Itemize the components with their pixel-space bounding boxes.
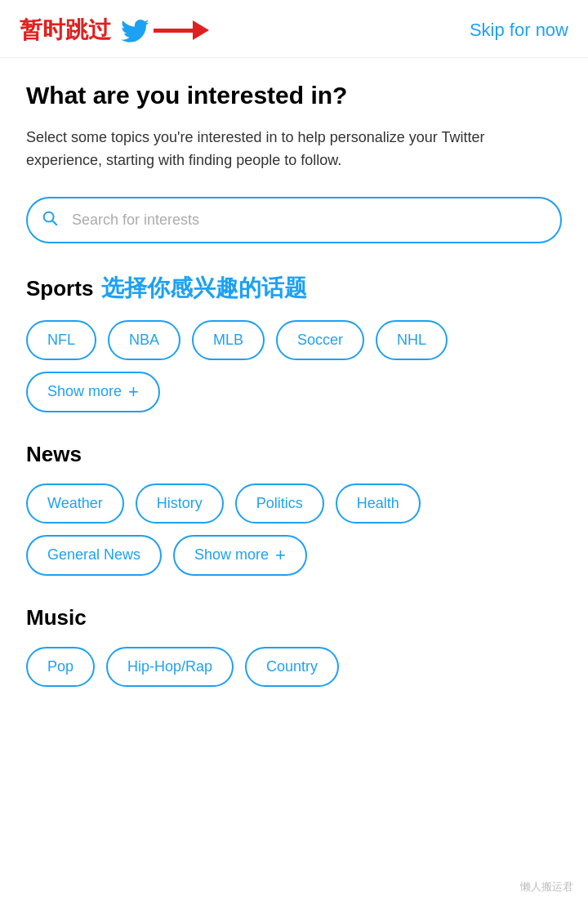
sports-show-more-button[interactable]: Show more + xyxy=(26,372,160,412)
sports-section-title: Sports xyxy=(26,276,93,301)
search-input[interactable] xyxy=(26,197,562,243)
sports-plus-icon: + xyxy=(128,383,139,401)
header: 暂时跳过 Skip for now xyxy=(0,0,588,58)
sports-show-more-row: Show more + xyxy=(26,372,562,412)
news-tags-row-2: General News Show more + xyxy=(26,535,562,576)
page-title: What are you interested in? xyxy=(26,81,562,110)
news-section-title: News xyxy=(26,442,562,467)
tag-mlb[interactable]: MLB xyxy=(192,320,265,360)
tag-nfl[interactable]: NFL xyxy=(26,320,96,360)
twitter-logo-icon xyxy=(119,15,150,46)
music-tags-row: Pop Hip-Hop/Rap Country xyxy=(26,647,562,687)
tag-politics[interactable]: Politics xyxy=(235,483,324,524)
news-show-more-label: Show more xyxy=(194,546,269,564)
tag-history[interactable]: History xyxy=(136,483,224,524)
news-section: News Weather History Politics Health Gen… xyxy=(26,442,562,576)
news-show-more-button[interactable]: Show more + xyxy=(173,535,307,576)
tag-health[interactable]: Health xyxy=(336,483,421,524)
sports-tags-row: NFL NBA MLB Soccer NHL xyxy=(26,320,562,360)
header-left: 暂时跳过 xyxy=(20,15,209,46)
tag-nhl[interactable]: NHL xyxy=(376,320,448,360)
news-tags-row-1: Weather History Politics Health xyxy=(26,483,562,524)
skip-for-now-link[interactable]: Skip for now xyxy=(470,20,568,41)
music-section: Music Pop Hip-Hop/Rap Country xyxy=(26,605,562,687)
main-content: What are you interested in? Select some … xyxy=(0,58,588,733)
page-description: Select some topics you're interested in … xyxy=(26,127,562,172)
sports-show-more-label: Show more xyxy=(47,383,122,400)
search-icon xyxy=(41,209,59,230)
svg-line-1 xyxy=(52,221,56,225)
arrow-twitter-container xyxy=(119,15,209,46)
red-arrow-icon xyxy=(154,20,209,40)
sports-section: Sports 选择你感兴趣的话题 NFL NBA MLB Soccer NHL … xyxy=(26,273,562,412)
news-plus-icon: + xyxy=(275,546,286,564)
tag-hiphop-rap[interactable]: Hip-Hop/Rap xyxy=(106,647,234,687)
sports-chinese-subtitle: 选择你感兴趣的话题 xyxy=(101,273,307,304)
search-container xyxy=(26,197,562,243)
chinese-skip-label: 暂时跳过 xyxy=(20,15,111,46)
tag-soccer[interactable]: Soccer xyxy=(276,320,364,360)
tag-general-news[interactable]: General News xyxy=(26,535,162,576)
tag-weather[interactable]: Weather xyxy=(26,483,124,524)
tag-nba[interactable]: NBA xyxy=(108,320,180,360)
tag-country[interactable]: Country xyxy=(245,647,339,687)
watermark: 懒人搬运君 xyxy=(520,880,573,894)
music-section-title: Music xyxy=(26,605,562,631)
tag-pop[interactable]: Pop xyxy=(26,647,95,687)
